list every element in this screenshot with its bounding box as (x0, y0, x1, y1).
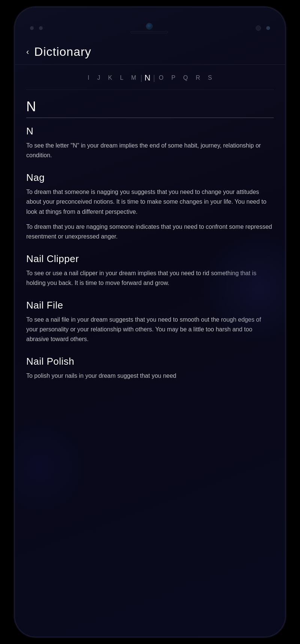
entry-nail-file-body-0: To see a nail file in your dream suggest… (26, 315, 274, 344)
alpha-o[interactable]: O (155, 75, 167, 81)
entry-nail-polish-body-0: To polish your nails in your dream sugge… (26, 371, 274, 381)
alpha-n[interactable]: N (142, 73, 153, 83)
status-right (256, 25, 270, 31)
phone-frame: ‹ Dictionary I J K L M | N | O P Q R S (15, 7, 285, 637)
screen: ‹ Dictionary I J K L M | N | O P Q R S (15, 7, 285, 637)
alpha-r[interactable]: R (192, 75, 204, 81)
entry-nag-title: Nag (26, 172, 274, 183)
status-light (266, 26, 270, 30)
alpha-j[interactable]: J (93, 75, 104, 81)
content-area: I J K L M | N | O P Q R S N N To see (15, 65, 285, 392)
entry-nail-polish-title: Nail Polish (26, 356, 274, 367)
alpha-p[interactable]: P (168, 75, 180, 81)
entry-n-title: N (26, 125, 274, 137)
entry-nail-clipper-body-0: To see or use a nail clipper in your dre… (26, 268, 274, 288)
status-center (130, 23, 168, 33)
status-dot-1 (30, 26, 34, 30)
page-title: Dictionary (34, 45, 91, 59)
speaker-grille (130, 31, 168, 33)
entry-nail-file: Nail File To see a nail file in your dre… (26, 300, 274, 344)
alpha-s[interactable]: S (204, 75, 216, 81)
entry-nag-body-1: To dream that you are nagging someone in… (26, 222, 274, 242)
entry-n: N To see the letter "N" in your dream im… (26, 125, 274, 161)
alpha-q[interactable]: Q (180, 75, 192, 81)
alpha-i[interactable]: I (84, 75, 93, 81)
letter-search[interactable]: N (26, 99, 274, 118)
bg-decoration-2 (15, 419, 86, 513)
entry-nail-clipper-title: Nail Clipper (26, 253, 274, 265)
entry-nail-file-title: Nail File (26, 300, 274, 311)
entry-nail-clipper: Nail Clipper To see or use a nail clippe… (26, 253, 274, 288)
alpha-l[interactable]: L (116, 75, 128, 81)
entry-nag: Nag To dream that someone is nagging you… (26, 172, 274, 242)
entry-nail-polish: Nail Polish To polish your nails in your… (26, 356, 274, 381)
alpha-k[interactable]: K (104, 75, 116, 81)
back-button[interactable]: ‹ (26, 47, 29, 57)
alpha-m[interactable]: M (128, 75, 140, 81)
alphabet-nav[interactable]: I J K L M | N | O P Q R S (26, 65, 274, 90)
status-bar (15, 7, 285, 41)
entry-n-body-0: To see the letter "N" in your dream impl… (26, 141, 274, 161)
status-dot-2 (39, 26, 43, 30)
front-camera (146, 23, 153, 30)
search-letter-display: N (26, 99, 37, 114)
status-left (30, 26, 43, 30)
header: ‹ Dictionary (15, 41, 285, 65)
entry-nag-body-0: To dream that someone is nagging you sug… (26, 187, 274, 217)
status-cam (256, 25, 261, 31)
